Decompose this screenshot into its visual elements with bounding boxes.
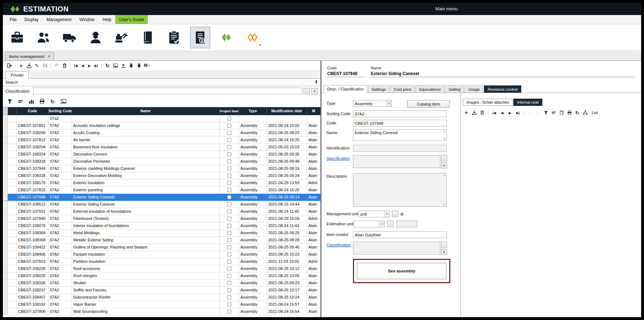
project-item-checkbox[interactable]	[227, 131, 231, 135]
classification-browse-button[interactable]: ...	[304, 88, 310, 94]
project-item-checkbox[interactable]	[227, 302, 231, 306]
classification-clear-button[interactable]: X	[441, 249, 447, 255]
header-sorting-code[interactable]: Sorting Code	[48, 107, 72, 115]
table-row[interactable]: CBEST-10807907A2Interior insulation of f…	[3, 222, 320, 229]
statistics-icon[interactable]	[28, 98, 35, 105]
first-attachment-icon[interactable]: |◀	[491, 109, 498, 116]
project-item-checkbox[interactable]	[227, 167, 231, 171]
toolbar-estimation-sheet-button[interactable]	[164, 27, 184, 48]
menu-window[interactable]: Window	[76, 15, 99, 24]
project-item-checkbox[interactable]	[227, 202, 231, 206]
toolbar-toolbox-button[interactable]	[7, 27, 27, 48]
undo-icon[interactable]: ↶	[53, 62, 60, 69]
menu-help[interactable]: Help	[98, 15, 115, 24]
import-icon[interactable]	[25, 62, 33, 69]
print-icon[interactable]	[38, 98, 45, 105]
project-item-checkbox[interactable]	[227, 252, 231, 256]
toolbar-worker-button[interactable]	[86, 27, 106, 48]
table-row[interactable]: CBEST-10794807A2Exterior Siding CanexelA…	[3, 193, 320, 201]
refresh-icon[interactable]: ↻	[104, 62, 111, 69]
project-item-checkbox[interactable]	[227, 188, 231, 192]
next-attachment-icon[interactable]: ▶	[507, 109, 513, 116]
table-row[interactable]: CBEST-10831807A2Decorative PerimeterAsse…	[3, 158, 320, 165]
management-unit-select[interactable]: unit▾	[358, 211, 390, 217]
menu-display[interactable]: Display	[20, 15, 42, 24]
copy-attachment-icon[interactable]	[558, 109, 565, 116]
next-record-icon[interactable]: ▶	[86, 62, 92, 69]
description-textarea[interactable]: ▲▼	[353, 173, 447, 207]
table-row[interactable]: CBEST-10781207A2Air barrierAssembly2021-…	[3, 136, 320, 143]
table-row[interactable]: CBEST-10794007A2Fiberboard (Tentest)Asse…	[3, 215, 320, 222]
classification-browse-button[interactable]: ...	[441, 242, 447, 248]
project-item-checkbox[interactable]	[227, 267, 231, 271]
delete-attachment-icon[interactable]	[479, 109, 485, 116]
project-item-checkbox[interactable]	[227, 245, 231, 249]
tab-images-attached-files[interactable]: images - fichier attachés	[463, 99, 513, 106]
table-row[interactable]: CBEST-10780607A2Wall SoundproofingAssemb…	[3, 308, 320, 315]
list-view-label[interactable]: List	[592, 110, 598, 115]
project-item-checkbox[interactable]	[227, 310, 231, 314]
close-tab-icon[interactable]: ×	[48, 54, 50, 59]
tab-internal-note[interactable]: Internal note	[513, 99, 542, 106]
add-icon[interactable]: +	[18, 62, 25, 69]
estimation-unit-select[interactable]: ▾	[353, 221, 385, 227]
specification-link[interactable]: Specification	[326, 155, 353, 161]
project-item-checkbox[interactable]	[227, 174, 231, 178]
refresh-icon[interactable]: ↻	[49, 98, 56, 105]
tab-revisions-control[interactable]: Revisions control	[484, 85, 521, 93]
table-row[interactable]: CBEST-10785107A2Acoustic insulation ceil…	[3, 122, 320, 129]
table-row[interactable]: 07a2	[3, 115, 320, 122]
project-item-checkbox[interactable]	[227, 145, 231, 149]
last-record-icon[interactable]: ▶|	[93, 62, 99, 69]
project-item-checkbox[interactable]	[227, 295, 231, 299]
table-row[interactable]: CBEST-10794907A2Exterior cladding Moldin…	[3, 165, 320, 172]
tab-selling[interactable]: Selling	[445, 85, 464, 93]
header-name[interactable]: Name	[72, 107, 219, 115]
tab-desc-classification[interactable]: Desc. / Classification	[324, 85, 367, 93]
project-item-checkbox[interactable]	[227, 138, 231, 142]
first-record-icon[interactable]: |◀	[73, 62, 79, 69]
project-item-checkbox[interactable]	[227, 152, 231, 156]
project-item-checkbox[interactable]	[227, 117, 231, 120]
last-attachment-icon[interactable]: ▶|	[514, 109, 521, 116]
header-modified-by[interactable]: M	[307, 107, 320, 115]
scroll-down-icon[interactable]: ▼	[443, 203, 446, 206]
table-row[interactable]: CBEST-10823907A2Roof accessoryAssembly20…	[3, 265, 320, 272]
project-item-checkbox[interactable]	[227, 210, 231, 213]
table-row[interactable]: CBEST-10851207A2Exterior Siding CanexelA…	[3, 201, 320, 208]
toolbar-brand-orange-button[interactable]: ▾	[242, 27, 262, 48]
table-row[interactable]: CBEST-10840707A2Subcontractor RooferAsse…	[3, 294, 320, 301]
filter-icon[interactable]	[6, 98, 13, 105]
sorting-code-input[interactable]: 07A2	[353, 110, 447, 117]
image-icon[interactable]	[112, 62, 119, 69]
table-row[interactable]: CBEST-10832407A2Decorative CornersAssemb…	[3, 151, 320, 158]
clear-filter-icon[interactable]	[550, 109, 557, 116]
project-item-checkbox[interactable]	[227, 195, 231, 199]
specification-clear-button[interactable]: X	[441, 162, 447, 168]
type-select[interactable]: Assembly▾	[353, 100, 392, 107]
table-row[interactable]: CBEST-10819207A2Vapor BarrierAssembly202…	[3, 301, 320, 308]
project-item-checkbox[interactable]	[227, 217, 231, 221]
toolbar-equipment-button[interactable]	[112, 27, 132, 48]
table-row[interactable]: CBEST-10836807A2Metallic Exterior Siding…	[3, 236, 320, 243]
toolbar-catalog-button[interactable]	[138, 27, 158, 48]
save-icon[interactable]	[41, 62, 48, 69]
catalog-item-button[interactable]: Catalog item	[407, 100, 450, 108]
project-item-checkbox[interactable]	[227, 124, 231, 128]
table-row[interactable]: CBEST-10823707A2Soffits and FasciasAssem…	[3, 286, 320, 294]
table-row[interactable]: CBEST-10817907A2Exterior insulationAssem…	[3, 179, 320, 186]
m-menu-button[interactable]: M▾	[143, 62, 150, 69]
import-attachment-icon[interactable]	[471, 109, 478, 116]
classification-textarea[interactable]	[353, 242, 440, 255]
identification-input[interactable]	[353, 145, 447, 152]
clear-sort-icon[interactable]	[17, 98, 24, 105]
scroll-up-icon[interactable]: ▲	[443, 174, 446, 176]
project-item-checkbox[interactable]	[227, 274, 231, 278]
move-up-icon[interactable]: ↑	[527, 109, 533, 116]
refresh-attachments-icon[interactable]: ↻	[574, 109, 581, 116]
project-item-checkbox[interactable]	[227, 224, 231, 228]
tab-settings[interactable]: Settings	[368, 85, 389, 93]
specification-textarea[interactable]	[353, 155, 440, 168]
table-row[interactable]: CBEST-10829907A2Acrylic CoatingAssembly2…	[3, 129, 320, 136]
filter-attachments-icon[interactable]	[542, 109, 549, 116]
